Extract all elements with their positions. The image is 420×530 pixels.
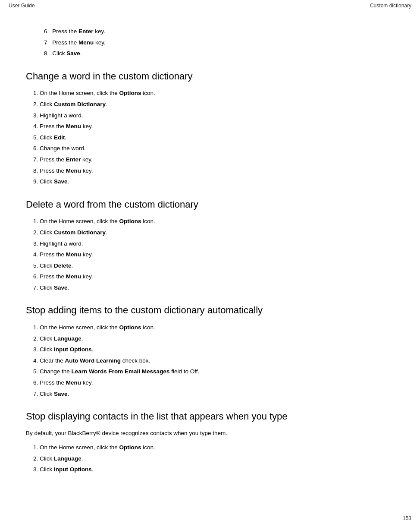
list-item: Press the Enter key. [40, 155, 394, 164]
list-item: Click Language. [40, 334, 394, 344]
list-item: Press the Menu key. [40, 378, 394, 388]
list-item: Clear the Auto Word Learning check box. [40, 356, 394, 366]
section-list: On the Home screen, click the Options ic… [34, 443, 394, 474]
top-list-section: 6.Press the Enter key.7.Press the Menu k… [26, 23, 394, 58]
section-list: On the Home screen, click the Options ic… [34, 323, 394, 398]
section-stop-displaying: Stop displaying contacts in the list tha… [26, 410, 394, 474]
list-item: On the Home screen, click the Options ic… [40, 323, 394, 332]
main-content: 6.Press the Enter key.7.Press the Menu k… [0, 10, 420, 504]
sections-container: Change a word in the custom dictionaryOn… [26, 70, 394, 474]
list-item: Change the Learn Words From Email Messag… [40, 367, 394, 376]
list-item: Click Save. [40, 177, 394, 186]
list-item: Click Edit. [40, 133, 394, 142]
list-item: Press the Menu key. [40, 166, 394, 176]
list-item: 7.Press the Menu key. [40, 38, 394, 47]
list-item: Click Input Options. [40, 345, 394, 354]
list-item: Highlight a word. [40, 239, 394, 249]
list-item: Press the Menu key. [40, 122, 394, 131]
list-item: Change the word. [40, 144, 394, 153]
section-title: Delete a word from the custom dictionary [26, 199, 394, 211]
list-item: Click Save. [40, 283, 394, 293]
section-title: Stop displaying contacts in the list tha… [26, 410, 394, 423]
header-right: Custom dictionary [370, 3, 411, 9]
list-item: Click Custom Dictionary. [40, 228, 394, 237]
list-item: Click Input Options. [40, 465, 394, 474]
section-title: Change a word in the custom dictionary [26, 70, 394, 83]
header-left: User Guide [9, 3, 35, 9]
list-item: Highlight a word. [40, 111, 394, 120]
section-delete-word: Delete a word from the custom dictionary… [26, 199, 394, 293]
list-item: 8.Click Save. [40, 49, 394, 58]
list-item: Press the Menu key. [40, 272, 394, 281]
section-list: On the Home screen, click the Options ic… [34, 217, 394, 292]
list-item: Click Language. [40, 454, 394, 464]
section-stop-adding: Stop adding items to the custom dictiona… [26, 304, 394, 398]
list-item: On the Home screen, click the Options ic… [40, 88, 394, 98]
list-item: Click Delete. [40, 261, 394, 271]
section-list: On the Home screen, click the Options ic… [34, 88, 394, 186]
page-header: User Guide Custom dictionary [0, 0, 420, 10]
list-item: Click Save. [40, 389, 394, 399]
section-title: Stop adding items to the custom dictiona… [26, 304, 394, 317]
top-list: 6.Press the Enter key.7.Press the Menu k… [34, 27, 394, 58]
list-item: 6.Press the Enter key. [40, 27, 394, 36]
list-item: On the Home screen, click the Options ic… [40, 443, 394, 452]
list-item: Click Custom Dictionary. [40, 100, 394, 109]
list-item: On the Home screen, click the Options ic… [40, 217, 394, 226]
page-footer: 153 [403, 515, 411, 521]
list-item: Press the Menu key. [40, 250, 394, 259]
page-number: 153 [403, 515, 411, 521]
section-intro: By default, your BlackBerry® device reco… [26, 429, 394, 438]
section-change-word: Change a word in the custom dictionaryOn… [26, 70, 394, 186]
